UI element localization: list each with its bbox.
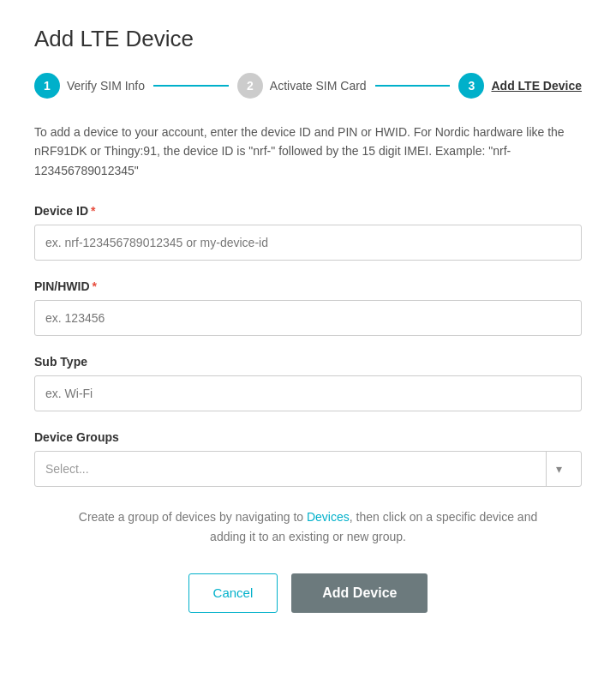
pin-hwid-required: * xyxy=(93,279,97,293)
device-groups-group: Device Groups Select... xyxy=(34,430,582,487)
step-2-label: Activate SIM Card xyxy=(270,79,367,93)
step-3-circle: 3 xyxy=(458,73,484,99)
sub-type-label: Sub Type xyxy=(34,355,582,369)
sub-type-input[interactable] xyxy=(34,375,582,411)
description-text: To add a device to your account, enter t… xyxy=(34,123,582,180)
device-id-label: Device ID* xyxy=(34,204,582,218)
stepper: 1 Verify SIM Info 2 Activate SIM Card 3 … xyxy=(34,73,582,99)
step-1: 1 Verify SIM Info xyxy=(34,73,145,99)
step-2-circle: 2 xyxy=(237,73,263,99)
add-device-button[interactable]: Add Device xyxy=(291,573,428,613)
step-1-label: Verify SIM Info xyxy=(67,79,145,93)
device-groups-label: Device Groups xyxy=(34,430,582,444)
devices-link[interactable]: Devices xyxy=(307,510,350,524)
step-1-circle: 1 xyxy=(34,73,60,99)
step-3-label: Add LTE Device xyxy=(491,79,582,93)
step-connector-1 xyxy=(153,85,229,87)
page-title: Add LTE Device xyxy=(34,26,582,52)
button-row: Cancel Add Device xyxy=(34,573,582,613)
step-2: 2 Activate SIM Card xyxy=(237,73,367,99)
helper-text: Create a group of devices by navigating … xyxy=(34,507,582,546)
device-id-required: * xyxy=(91,204,95,218)
device-id-group: Device ID* xyxy=(34,204,582,261)
add-device-form: Device ID* PIN/HWID* Sub Type Device Gro… xyxy=(34,204,582,487)
sub-type-group: Sub Type xyxy=(34,355,582,411)
device-groups-select-wrapper: Select... xyxy=(34,451,582,487)
cancel-button[interactable]: Cancel xyxy=(188,573,278,613)
pin-hwid-input[interactable] xyxy=(34,300,582,336)
step-connector-2 xyxy=(375,85,451,87)
device-id-input[interactable] xyxy=(34,225,582,261)
device-groups-select[interactable]: Select... xyxy=(34,451,582,487)
pin-hwid-label: PIN/HWID* xyxy=(34,279,582,293)
pin-hwid-group: PIN/HWID* xyxy=(34,279,582,336)
step-3: 3 Add LTE Device xyxy=(458,73,582,99)
